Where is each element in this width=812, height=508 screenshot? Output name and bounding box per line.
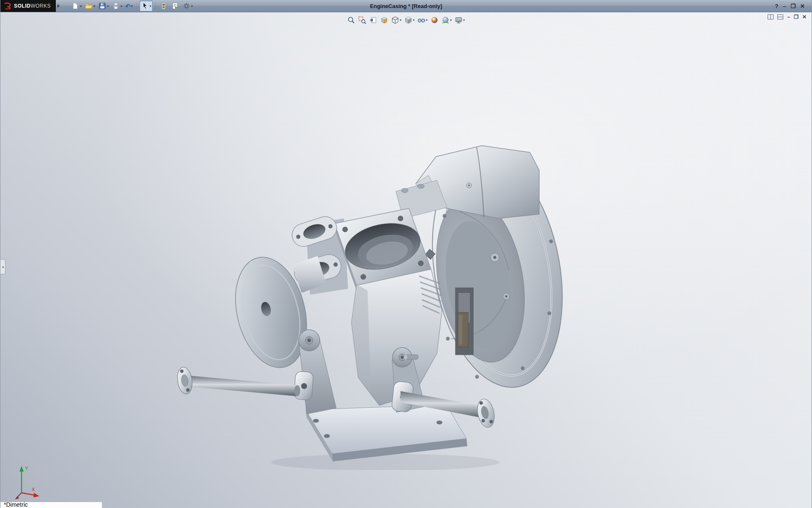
dropdown-arrow-icon[interactable]: ▾ (107, 4, 109, 8)
document-window-controls: – ❐ ✕ (768, 14, 807, 19)
dropdown-arrow-icon[interactable]: ▾ (93, 4, 95, 8)
document-close-button[interactable]: ✕ (802, 14, 807, 19)
dropdown-arrow-icon[interactable]: ▾ (400, 18, 401, 22)
help-button[interactable]: ? (775, 3, 778, 9)
save-floppy-icon (98, 2, 107, 10)
quick-access-toolbar: ▾ ▾ ▾ ▾ ↶ ▾ (70, 0, 194, 11)
view-orientation-button[interactable]: ▾ (390, 15, 402, 25)
toolbar-separator (155, 3, 156, 10)
featuremanager-collapsed-tab[interactable]: ◂ (0, 259, 5, 274)
zoom-to-area-button[interactable] (357, 15, 367, 25)
select-cursor-icon (141, 2, 149, 10)
brand-text: SOLIDWORKS (14, 3, 51, 9)
edit-appearance-sphere-icon (431, 16, 439, 24)
view-settings-button[interactable]: ▾ (454, 15, 466, 25)
y-axis-label: Y (25, 466, 28, 471)
rebuild-button[interactable] (158, 0, 169, 11)
file-properties-button[interactable] (170, 0, 181, 11)
dropdown-arrow-icon[interactable]: ▾ (463, 18, 465, 22)
dropdown-arrow-icon[interactable]: ▾ (191, 4, 193, 8)
zoom-to-fit-button[interactable] (346, 15, 356, 25)
document-restore-button[interactable]: ❐ (794, 14, 798, 19)
new-document-button[interactable]: ▾ (70, 0, 83, 11)
previous-view-icon (369, 16, 377, 24)
previous-view-button[interactable] (368, 15, 378, 25)
close-button[interactable]: ✕ (800, 3, 805, 9)
undo-icon: ↶ (125, 3, 131, 9)
print-button[interactable]: ▾ (110, 0, 123, 11)
zoom-to-area-icon (358, 16, 366, 24)
restore-button[interactable]: ❐ (790, 3, 796, 9)
edit-appearance-button[interactable] (430, 15, 439, 25)
rebuild-traffic-light-icon (159, 2, 168, 10)
apply-scene-icon (442, 16, 450, 24)
dropdown-arrow-icon[interactable]: ▾ (131, 4, 133, 8)
x-axis-label: X (32, 487, 35, 492)
display-style-cube-icon (404, 16, 412, 24)
section-view-button[interactable] (379, 15, 389, 25)
document-minimize-button[interactable]: – (787, 14, 790, 19)
window-controls: ? – ❐ ✕ (775, 3, 812, 9)
dropdown-arrow-icon[interactable]: ▾ (426, 18, 428, 22)
options-button[interactable]: ▾ (181, 0, 194, 11)
section-view-icon (380, 16, 388, 24)
engine-casing-model[interactable] (165, 140, 563, 470)
minimize-button[interactable]: – (783, 3, 786, 9)
window-title: EngineCasing * [Read-only] (370, 3, 442, 9)
viewport[interactable]: ▾ ▾ ▾ (0, 12, 812, 508)
z-axis-arrow-icon (15, 496, 19, 500)
dropdown-arrow-icon[interactable]: ▾ (121, 4, 122, 8)
ds-logo-icon (4, 3, 11, 9)
undo-button[interactable]: ↶ ▾ (124, 0, 134, 11)
file-properties-icon (171, 2, 179, 10)
new-document-icon (71, 2, 80, 10)
app-logo: SOLIDWORKS (0, 0, 56, 12)
heads-up-toolbar: ▾ ▾ ▾ (343, 14, 469, 26)
view-orientation-cube-icon (391, 16, 399, 24)
apply-scene-button[interactable]: ▾ (441, 15, 453, 25)
display-style-button[interactable]: ▾ (403, 15, 415, 25)
open-folder-icon (85, 2, 93, 10)
hide-show-glasses-icon (417, 16, 425, 24)
y-axis-arrow-icon (19, 466, 24, 472)
dropdown-arrow-icon[interactable]: ▾ (80, 4, 82, 8)
toolbar-separator (137, 3, 137, 10)
title-bar: SOLIDWORKS ▾ ▾ ▾ (0, 0, 812, 12)
dropdown-arrow-icon[interactable]: ▾ (150, 4, 151, 8)
menu-flyout-arrow-icon[interactable] (58, 4, 60, 8)
dropdown-arrow-icon[interactable]: ▾ (413, 18, 414, 22)
save-button[interactable]: ▾ (97, 0, 110, 11)
options-gear-icon (182, 2, 191, 10)
orientation-triad: Y X (11, 464, 45, 503)
view-settings-icon (455, 16, 463, 24)
split-pane-vertical-icon[interactable] (777, 14, 783, 19)
open-button[interactable]: ▾ (83, 0, 96, 11)
hide-show-items-button[interactable]: ▾ (417, 15, 428, 25)
zoom-to-fit-icon (347, 16, 355, 24)
split-pane-horizontal-icon[interactable] (768, 14, 774, 19)
x-axis-arrow-icon (33, 493, 39, 497)
select-button[interactable]: ▾ (140, 0, 153, 11)
print-icon (112, 2, 120, 10)
view-orientation-label: *Dimetric (4, 501, 28, 508)
dropdown-arrow-icon[interactable]: ▾ (450, 18, 452, 22)
